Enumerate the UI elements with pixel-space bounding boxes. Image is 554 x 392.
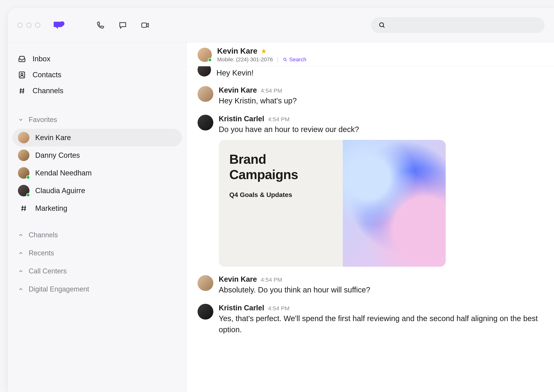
avatar bbox=[18, 167, 29, 179]
message-body: Do you have an hour to review our deck? bbox=[219, 124, 543, 135]
message: Kristin Carlel 4:54 PM Do you have an ho… bbox=[198, 108, 543, 269]
favorite-kevin-kare[interactable]: Kevin Kare bbox=[13, 129, 182, 147]
avatar bbox=[198, 115, 213, 131]
global-search-input[interactable] bbox=[390, 21, 537, 29]
attachment-preview-image bbox=[343, 140, 446, 267]
avatar bbox=[198, 66, 211, 77]
avatar bbox=[198, 275, 213, 291]
svg-point-4 bbox=[21, 73, 23, 75]
sidebar-section-favorites: Favorites Kevin Kare Danny Cortes Kendal… bbox=[13, 114, 182, 217]
avatar bbox=[198, 304, 213, 320]
message-body: Absolutely. Do you think an hour will su… bbox=[219, 284, 543, 295]
message-sender: Kevin Kare bbox=[219, 275, 257, 283]
message-fragment: Hey Kevin! bbox=[198, 66, 543, 80]
message-body: Yes, that's perfect. We'll spend the fir… bbox=[219, 313, 543, 335]
sidebar-item-label: Contacts bbox=[33, 71, 61, 79]
inbox-icon bbox=[18, 55, 26, 63]
collapsed-label: Digital Engagement bbox=[29, 285, 89, 293]
favorite-label: Danny Cortes bbox=[35, 151, 80, 160]
attachment-card[interactable]: Brand Campaigns Q4 Goals & Updates bbox=[219, 140, 446, 267]
sidebar: Inbox Contacts Channels Favorites bbox=[8, 42, 187, 392]
avatar bbox=[198, 86, 213, 102]
conversation-search[interactable]: Search bbox=[283, 56, 306, 63]
message-sender: Kevin Kare bbox=[219, 86, 257, 94]
sidebar-section-call-centers-collapsed[interactable]: Call Centers bbox=[13, 262, 182, 280]
message-sender: Kristin Carlel bbox=[219, 115, 264, 123]
favorite-label: Marketing bbox=[35, 204, 67, 212]
separator: | bbox=[277, 56, 279, 63]
video-icon[interactable] bbox=[141, 21, 150, 30]
app-window: Inbox Contacts Channels Favorites bbox=[8, 8, 554, 392]
avatar bbox=[18, 132, 29, 143]
titlebar-tools bbox=[96, 21, 150, 30]
chevron-up-icon bbox=[18, 232, 24, 238]
search-icon bbox=[283, 57, 287, 62]
sidebar-section-channels-collapsed[interactable]: Channels bbox=[13, 226, 182, 244]
attachment-subtitle: Q4 Goals & Updates bbox=[229, 191, 332, 198]
contact-icon bbox=[18, 71, 26, 79]
phone-icon[interactable] bbox=[96, 21, 105, 30]
presence-online-icon bbox=[26, 175, 30, 179]
sidebar-item-label: Channels bbox=[33, 87, 64, 95]
message: Kevin Kare 4:54 PM Hey Kristin, what's u… bbox=[198, 80, 543, 108]
chevron-up-icon bbox=[18, 286, 24, 292]
attachment-title: Brand Campaigns bbox=[229, 151, 332, 182]
svg-rect-1 bbox=[142, 23, 147, 27]
favorite-marketing[interactable]: Marketing bbox=[13, 199, 182, 217]
message-body: Hey Kevin! bbox=[216, 69, 253, 77]
favorite-label: Kendal Needham bbox=[35, 169, 92, 177]
traffic-minimize[interactable] bbox=[26, 23, 31, 28]
message: Kevin Kare 4:54 PM Absolutely. Do you th… bbox=[198, 269, 543, 297]
favorites-header[interactable]: Favorites bbox=[13, 114, 182, 129]
sidebar-item-label: Inbox bbox=[33, 55, 50, 63]
conversation-pane: Kevin Kare ★ Mobile: (224) 301-2076 | Se… bbox=[187, 42, 554, 392]
svg-point-0 bbox=[60, 21, 65, 26]
sidebar-section-digital-engagement-collapsed[interactable]: Digital Engagement bbox=[13, 280, 182, 298]
message-body: Hey Kristin, what's up? bbox=[219, 95, 543, 106]
window-controls bbox=[17, 23, 40, 28]
favorite-danny-cortes[interactable]: Danny Cortes bbox=[13, 147, 182, 164]
search-icon bbox=[378, 21, 386, 29]
presence-online-icon bbox=[26, 193, 30, 197]
avatar bbox=[18, 185, 29, 196]
message-list: Hey Kevin! Kevin Kare 4:54 PM Hey Kristi… bbox=[187, 66, 554, 392]
collapsed-label: Recents bbox=[29, 249, 54, 257]
avatar bbox=[18, 149, 29, 161]
favorite-claudia-aguirre[interactable]: Claudia Aguirre bbox=[13, 182, 182, 199]
chevron-up-icon bbox=[18, 268, 24, 274]
conversation-title: Kevin Kare bbox=[217, 47, 257, 55]
sidebar-section-recents-collapsed[interactable]: Recents bbox=[13, 244, 182, 262]
message-sender: Kristin Carlel bbox=[219, 304, 264, 312]
message-time: 4:54 PM bbox=[261, 87, 282, 94]
global-search[interactable] bbox=[371, 17, 544, 33]
channel-hash-icon bbox=[18, 203, 29, 214]
brand-logo-icon bbox=[54, 21, 65, 30]
titlebar bbox=[8, 8, 554, 42]
favorite-kendal-needham[interactable]: Kendal Needham bbox=[13, 164, 182, 182]
svg-point-5 bbox=[284, 58, 286, 61]
hash-icon bbox=[18, 87, 26, 95]
message-time: 4:54 PM bbox=[268, 305, 290, 312]
message-time: 4:54 PM bbox=[268, 116, 290, 123]
sidebar-item-contacts[interactable]: Contacts bbox=[13, 67, 182, 83]
favorite-label: Claudia Aguirre bbox=[35, 187, 85, 195]
message-time: 4:54 PM bbox=[261, 277, 282, 283]
star-icon[interactable]: ★ bbox=[261, 47, 267, 55]
message: Kristin Carlel 4:54 PM Yes, that's perfe… bbox=[198, 297, 543, 337]
attachment-text: Brand Campaigns Q4 Goals & Updates bbox=[219, 140, 343, 267]
sidebar-item-inbox[interactable]: Inbox bbox=[13, 51, 182, 67]
sidebar-nav: Inbox Contacts Channels bbox=[13, 51, 182, 99]
message-icon[interactable] bbox=[118, 21, 127, 30]
sidebar-item-channels[interactable]: Channels bbox=[13, 83, 182, 99]
collapsed-label: Channels bbox=[29, 231, 58, 239]
traffic-zoom[interactable] bbox=[35, 23, 40, 28]
favorite-label: Kevin Kare bbox=[35, 133, 71, 142]
presence-online-icon bbox=[208, 58, 212, 62]
conversation-avatar[interactable] bbox=[198, 48, 212, 62]
conversation-header: Kevin Kare ★ Mobile: (224) 301-2076 | Se… bbox=[187, 42, 554, 66]
favorites-label: Favorites bbox=[29, 116, 57, 124]
traffic-close[interactable] bbox=[17, 23, 22, 28]
chevron-up-icon bbox=[18, 250, 24, 256]
conversation-phone: Mobile: (224) 301-2076 bbox=[217, 56, 273, 63]
chevron-down-icon bbox=[18, 117, 24, 123]
